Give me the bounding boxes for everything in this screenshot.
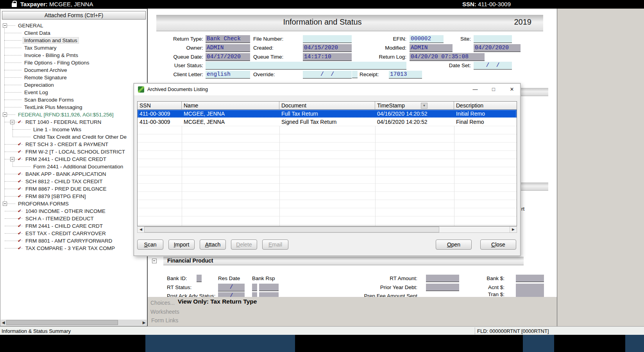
dialog-button[interactable]: Open <box>436 239 472 250</box>
form-links-button[interactable]: Form Links <box>151 317 178 323</box>
tree-item[interactable]: ✔ TAX COMPARE - 3 YEAR TAX COMP <box>0 245 147 252</box>
rt-status-date-field[interactable]: / <box>218 284 245 291</box>
tree-item[interactable]: ✔ EST TAX - CREDIT CARRYOVER <box>0 230 147 237</box>
tree-item[interactable]: ✔ PROFORMA FORMS <box>0 200 147 207</box>
tree-item[interactable]: ✔ Form 2441 - Additional Documentation <box>0 163 147 170</box>
tree-expand-icon[interactable] <box>3 202 7 206</box>
tree-item[interactable]: ✔ FRM 8879 [SBTPG EFIN] <box>0 193 147 200</box>
column-header-description[interactable]: Description <box>454 102 517 110</box>
dialog-title-bar[interactable]: Archived Documents Listing — □ ✕ <box>134 84 520 95</box>
tree-item[interactable]: ✔ Child Tax Credit and Credit for Other … <box>0 133 147 141</box>
prior-year-debt-field[interactable] <box>426 284 459 291</box>
owner-field[interactable]: ADMIN <box>206 44 250 52</box>
scroll-right-icon[interactable]: ▶ <box>510 227 517 232</box>
tree-item[interactable]: ✔ TextLink Plus Messaging <box>0 104 147 111</box>
scrollbar-thumb[interactable] <box>144 227 439 232</box>
created-field[interactable]: 04/15/2020 <box>303 44 352 52</box>
tree-item[interactable]: ✔ FRM W-2 [T - LOCAL SCHOOL DISTRICT <box>0 148 147 155</box>
override-field[interactable]: / / <box>303 71 352 79</box>
tree-item[interactable]: ✔ FEDERAL [RFND:$11,926, AGI:$51,256] <box>0 111 147 118</box>
tree-item[interactable]: ✔ RET SCH 3 - CREDIT & PAYMENT <box>0 141 147 148</box>
sidebar-horizontal-scrollbar[interactable]: ◀ ▶ <box>1 320 147 325</box>
user-status-field[interactable] <box>206 62 406 70</box>
acnt-amt-field[interactable] <box>516 284 544 291</box>
tree-expand-icon[interactable] <box>10 120 14 124</box>
tree-item[interactable]: ✔ GENERAL <box>0 22 147 29</box>
scroll-right-icon[interactable]: ▶ <box>141 320 147 325</box>
taskbar-tray[interactable] <box>625 335 644 352</box>
column-header-document[interactable]: Document <box>279 102 375 110</box>
dialog-button[interactable]: Email <box>262 239 288 250</box>
tree-item-label: RET 1040 - FEDERAL RETURN <box>24 119 102 125</box>
tree-expand-icon[interactable] <box>3 113 7 117</box>
tree-item[interactable]: ✔ Scan Barcode Forms <box>0 96 147 104</box>
modified-field[interactable]: ADMIN <box>410 44 453 52</box>
tree-item[interactable]: ✔ Information and Status <box>0 37 147 44</box>
tree-item[interactable]: ✔ Invoice - Billing & Pmts <box>0 52 147 59</box>
taskbar-active-app[interactable] <box>145 335 295 352</box>
tree-item[interactable]: ✔ SCH 8812 - CHILD TAX CREDIT <box>0 178 147 185</box>
table-row[interactable]: 411-00-3009MCGEE, JENNAFull Tax Return04… <box>138 110 517 118</box>
tree-item-label: Scan Barcode Forms <box>23 97 75 103</box>
tree-item[interactable]: ✔ File Options - Filing Options <box>0 59 147 66</box>
tree-expand-icon[interactable] <box>3 23 7 28</box>
maximize-icon[interactable]: □ <box>488 85 499 94</box>
tree-expand-icon[interactable] <box>10 157 14 161</box>
rt-status-rsp1-field[interactable] <box>252 284 257 291</box>
dialog-button[interactable]: Close <box>480 239 516 250</box>
tree-item[interactable]: ✔ FRM 2441 - CHILD CARE CREDT <box>0 155 147 163</box>
tree-item[interactable]: ✔ RET 1040 - FEDERAL RETURN <box>0 118 147 126</box>
column-header-timestamp[interactable]: TimeStamp <box>375 102 454 110</box>
tree-item[interactable]: ✔ 1040 INCOME - OTHER INCOME <box>0 207 147 215</box>
tree-item[interactable]: ✔ FRM 8801 - AMT CARRYFORWARD <box>0 237 147 245</box>
tree-item[interactable]: ✔ FRM 2441 - CHILD CARE CRDT <box>0 222 147 230</box>
bank-id-field[interactable] <box>197 275 202 282</box>
override-flag-box[interactable] <box>352 71 358 78</box>
tree-item[interactable]: ✔ Event Log <box>0 89 147 96</box>
queue-date-field[interactable]: 04/17/2020 <box>206 53 250 61</box>
minimize-icon[interactable]: — <box>469 85 481 94</box>
tree-item[interactable]: ✔ Tax Summary <box>0 44 147 52</box>
collapse-minus-icon[interactable] <box>152 259 157 263</box>
tree-item[interactable]: ✔ Document Archive <box>0 66 147 74</box>
checkmark-icon: ✔ <box>18 178 21 185</box>
client-letter-field[interactable]: english <box>206 71 250 79</box>
column-header-name[interactable]: Name <box>182 102 279 110</box>
worksheets-button[interactable]: Worksheets <box>150 309 179 315</box>
taskbar-item[interactable] <box>523 335 554 352</box>
choices-button[interactable]: Choices... <box>150 300 175 306</box>
sort-descending-icon[interactable]: ▼ <box>421 103 428 109</box>
dialog-button[interactable]: Import <box>168 239 195 250</box>
table-row[interactable]: 411-00-3009MCGEE, JENNASigned Full Tax R… <box>138 118 517 126</box>
close-icon[interactable]: ✕ <box>506 85 518 94</box>
tree-item[interactable]: ✔ Remote Signature <box>0 74 147 81</box>
site-field[interactable] <box>474 35 512 43</box>
tree-item[interactable]: ✔ Line 1 - Income Wks <box>0 126 147 133</box>
column-header-ssn[interactable]: SSN <box>138 102 182 110</box>
tree-item[interactable]: ✔ Client Data <box>0 29 147 37</box>
tree-item[interactable]: ✔ SCH A - ITEMIZED DEDUCT <box>0 215 147 222</box>
modified-date-field[interactable]: 04/20/2020 <box>474 44 521 52</box>
rt-status-rsp2-field[interactable] <box>259 284 279 291</box>
dialog-button[interactable]: Scan <box>137 239 163 250</box>
tree-item[interactable]: ✔ BANK APP - BANK APPLICATION <box>0 170 147 178</box>
return-type-field[interactable]: Bank Check <box>206 35 250 43</box>
return-log-field[interactable]: 04/20/20 07:35:08 <box>410 53 485 61</box>
scrollbar-thumb[interactable] <box>6 320 118 325</box>
tree-item[interactable]: ✔ FRM 8867 - PREP DUE DILGNCE <box>0 185 147 193</box>
rt-amount-field[interactable] <box>426 275 459 282</box>
bank-amt-field[interactable] <box>516 275 544 282</box>
scroll-left-icon[interactable]: ◀ <box>138 227 145 232</box>
tree-item-label: Invoice - Billing & Pmts <box>23 52 79 58</box>
receipt-field[interactable]: 17013 <box>389 71 422 79</box>
tree-item[interactable]: ✔ Depreciation <box>0 81 147 89</box>
attached-forms-header[interactable]: Attached Forms (Ctrl+F) <box>2 11 146 20</box>
file-number-field[interactable] <box>303 35 352 43</box>
scroll-left-icon[interactable]: ◀ <box>1 320 6 325</box>
date-set-field[interactable]: / / <box>474 62 512 70</box>
queue-time-field[interactable]: 14:17:10 <box>303 53 352 61</box>
dialog-button[interactable]: Delete <box>231 239 257 250</box>
dialog-button[interactable]: Attach <box>200 239 226 250</box>
tree-item-label: Child Tax Credit and Credit for Other De <box>32 134 128 140</box>
table-horizontal-scrollbar[interactable]: ◀ ▶ <box>137 226 517 233</box>
